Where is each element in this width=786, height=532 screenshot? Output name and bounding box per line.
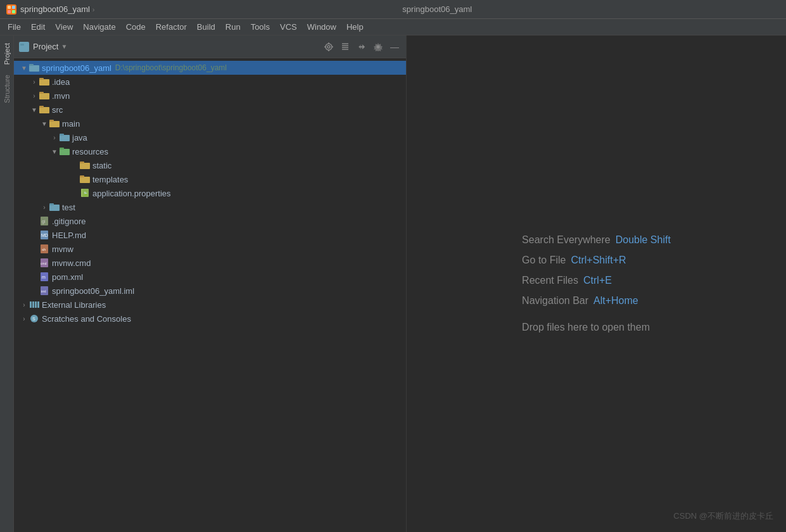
menu-build[interactable]: Build	[192, 21, 220, 33]
folder-icon-mvn	[39, 91, 49, 101]
tree-resources[interactable]: ▼ resources	[14, 144, 406, 158]
menu-vcs[interactable]: VCS	[275, 21, 302, 33]
folder-icon-src	[39, 104, 49, 115]
tree-iml[interactable]: iml springboot06_yaml.iml	[14, 284, 406, 298]
tree-pomxml[interactable]: m pom.xml	[14, 270, 406, 284]
svg-rect-3	[12, 10, 15, 13]
app-icon	[6, 4, 16, 15]
svg-text:gi: gi	[42, 219, 46, 224]
svg-text:🍃: 🍃	[83, 191, 88, 196]
menu-run[interactable]: Run	[220, 21, 246, 33]
folder-icon-root	[29, 63, 39, 73]
svg-rect-41	[49, 203, 54, 205]
tree-arrow-src: ▼	[29, 106, 39, 113]
menu-view[interactable]: View	[50, 21, 78, 33]
svg-rect-26	[39, 106, 44, 108]
menu-edit[interactable]: Edit	[26, 21, 50, 33]
panel-title-icon	[19, 42, 29, 52]
tree-helpmd-label: HELP.md	[52, 231, 86, 240]
scratches-icon: S	[29, 314, 39, 324]
svg-rect-25	[39, 107, 49, 113]
drop-files-row: Drop files here to open them	[522, 315, 671, 333]
panel-action-locate[interactable]	[322, 41, 335, 53]
tree-helpmd[interactable]: MD HELP.md	[14, 228, 406, 242]
svg-rect-30	[60, 134, 64, 136]
file-icon-helpmd: MD	[39, 230, 49, 240]
tree-idea-label: .idea	[52, 77, 70, 87]
shortcut-nav-bar: Navigation Bar Alt+Home	[522, 295, 671, 307]
tree-external-libraries[interactable]: › External Libraries	[14, 298, 406, 312]
shortcut-label-nav: Navigation Bar	[522, 295, 588, 307]
file-icon-pomxml: m	[39, 272, 49, 282]
panel-header: Project ▼	[14, 35, 406, 58]
tree-mvnw[interactable]: sh mvnw	[14, 242, 406, 256]
side-tab-structure[interactable]: Structure	[1, 70, 13, 108]
menu-tools[interactable]: Tools	[246, 21, 275, 33]
panel-action-minimize[interactable]: —	[388, 41, 401, 53]
tree-src[interactable]: ▼ src	[14, 103, 406, 117]
tree-mvn-label: .mvn	[52, 91, 70, 101]
tree-root-path: D:\springboot\springboot06_yaml	[115, 63, 227, 72]
svg-rect-5	[20, 44, 24, 46]
file-icon-gitignore: gi	[39, 216, 49, 226]
tree-arrow-root: ▼	[19, 65, 29, 72]
right-area: Search Everywhere Double Shift Go to Fil…	[407, 35, 786, 532]
tree-static-label: static	[92, 161, 111, 170]
tree-arrow-test: ›	[39, 204, 49, 211]
panel-dropdown-arrow[interactable]: ▼	[61, 43, 67, 50]
folder-icon-resources	[60, 146, 70, 156]
shortcut-key-recent: Ctrl+E	[583, 275, 612, 286]
shortcut-recent-files: Recent Files Ctrl+E	[522, 275, 671, 286]
menu-code[interactable]: Code	[121, 21, 151, 33]
tree-templates[interactable]: templates	[14, 172, 406, 186]
left-side-tabs: Project Structure	[0, 35, 14, 532]
side-tab-project[interactable]: Project	[1, 38, 13, 70]
shortcut-list: Search Everywhere Double Shift Go to Fil…	[522, 234, 671, 333]
tree-gitignore[interactable]: gi .gitignore	[14, 214, 406, 228]
panel-action-collapse[interactable]	[339, 41, 352, 53]
svg-rect-27	[49, 121, 60, 127]
svg-text:sh: sh	[42, 248, 46, 251]
shortcut-search-everywhere: Search Everywhere Double Shift	[522, 234, 671, 246]
tree-templates-label: templates	[92, 175, 128, 184]
title-bar: springboot06_yaml › springboot06_yaml	[0, 0, 786, 19]
tree-idea[interactable]: › .idea	[14, 75, 406, 89]
svg-rect-35	[80, 177, 90, 183]
folder-icon-java	[60, 132, 70, 142]
svg-rect-55	[32, 301, 34, 308]
folder-icon-static	[80, 160, 90, 170]
tree-java[interactable]: › java	[14, 130, 406, 144]
tree-scratches[interactable]: › S Scratches and Consoles	[14, 312, 406, 326]
panel-action-sort[interactable]	[355, 41, 368, 53]
tree-main[interactable]: ▼ main	[14, 117, 406, 130]
menu-window[interactable]: Window	[302, 21, 341, 33]
tree-main-label: main	[62, 119, 80, 129]
tree-static[interactable]: static	[14, 158, 406, 172]
svg-rect-23	[39, 93, 49, 99]
svg-point-7	[327, 46, 330, 48]
tree-mvnwcmd-label: mvnw.cmd	[52, 258, 91, 268]
title-project-name: springboot06_yaml	[20, 4, 90, 14]
tree-arrow-scratches: ›	[19, 315, 29, 322]
svg-rect-32	[60, 148, 64, 149]
svg-rect-40	[49, 205, 60, 211]
shortcut-label-search: Search Everywhere	[522, 234, 611, 246]
svg-rect-31	[60, 149, 70, 155]
menu-file[interactable]: File	[3, 21, 26, 33]
file-icon-iml: iml	[39, 286, 49, 296]
tree-mvnwcmd[interactable]: cmd mvnw.cmd	[14, 256, 406, 270]
menu-bar: File Edit View Navigate Code Refactor Bu…	[0, 19, 786, 35]
tree-mvn[interactable]: › .mvn	[14, 89, 406, 103]
svg-rect-28	[49, 120, 54, 122]
file-icon-mvnw: sh	[39, 244, 49, 254]
tree-appprops[interactable]: 🍃 application.properties	[14, 186, 406, 200]
panel-action-settings[interactable]	[372, 41, 384, 53]
menu-help[interactable]: Help	[341, 21, 369, 33]
watermark: CSDN @不断前进的皮卡丘	[673, 510, 773, 522]
svg-rect-29	[60, 135, 70, 141]
tree-root[interactable]: ▼ springboot06_yaml D:\springboot\spring…	[14, 61, 406, 75]
tree-test[interactable]: › test	[14, 200, 406, 214]
tree-arrow-idea: ›	[29, 79, 39, 86]
menu-navigate[interactable]: Navigate	[78, 21, 120, 33]
menu-refactor[interactable]: Refactor	[151, 21, 192, 33]
